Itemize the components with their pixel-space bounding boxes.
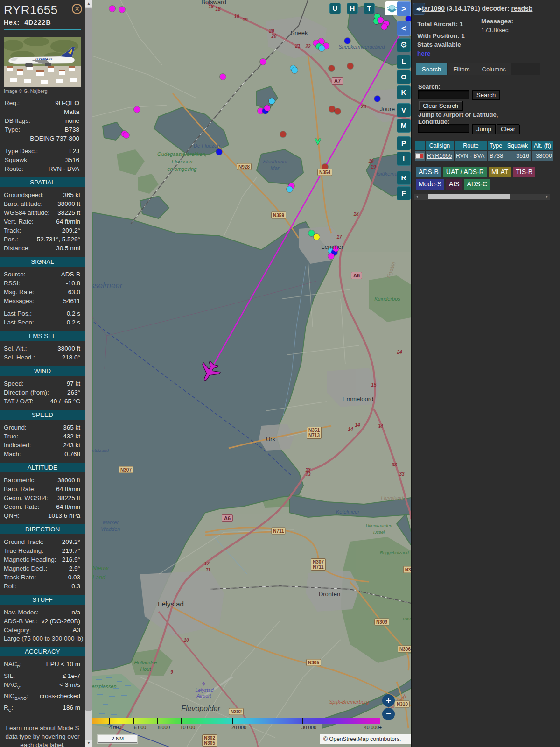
clear-search-button[interactable]: Clear Search bbox=[419, 101, 462, 111]
badge-ais[interactable]: AIS bbox=[446, 179, 462, 190]
map-side-button-V[interactable]: V bbox=[397, 103, 411, 117]
zoom-out-button[interactable]: − bbox=[382, 708, 395, 720]
aircraft-dot[interactable] bbox=[319, 45, 325, 51]
aircraft-dot[interactable] bbox=[269, 98, 275, 104]
aircraft-dot[interactable] bbox=[335, 108, 341, 114]
hscroll-thumb[interactable] bbox=[428, 194, 510, 199]
row-value: 30.5 nmi bbox=[56, 244, 80, 253]
hscroll-right-icon[interactable]: ► bbox=[545, 194, 550, 200]
tab-columns[interactable]: Columns bbox=[476, 63, 511, 75]
row-value: 0.03 bbox=[68, 573, 80, 582]
map-side-button-M[interactable]: M bbox=[397, 119, 411, 133]
map-button-H[interactable]: H bbox=[347, 3, 358, 14]
scroll-down-icon[interactable]: ▼ bbox=[85, 740, 92, 747]
column-header[interactable]: Squawk bbox=[504, 141, 531, 150]
aircraft-dot[interactable] bbox=[322, 164, 328, 170]
aircraft-dot[interactable] bbox=[109, 6, 115, 12]
row-value: 0.768 bbox=[64, 450, 80, 458]
jump-label: Jump to Airport or Latitude, Longitude: bbox=[418, 111, 498, 125]
scroll-up-icon[interactable]: ▲ bbox=[85, 0, 92, 7]
row-value: 38000 ft bbox=[57, 476, 80, 485]
tar1090-link[interactable]: tar1090 bbox=[422, 5, 445, 12]
map-side-button-settings[interactable]: ⚙ bbox=[397, 38, 411, 52]
search-button[interactable]: Search bbox=[472, 90, 500, 100]
section-header: ACCURACY bbox=[0, 647, 85, 656]
map-side-button-panel-expand[interactable]: > bbox=[397, 1, 411, 16]
row-label: Speed: bbox=[4, 379, 24, 388]
aircraft-dot[interactable] bbox=[123, 132, 129, 138]
osm-attribution[interactable]: © OpenStreetMap contributors. bbox=[320, 734, 411, 744]
column-header[interactable]: Alt. (ft) bbox=[532, 141, 553, 150]
aircraft-dot[interactable] bbox=[329, 65, 335, 71]
clear-button[interactable]: Clear bbox=[497, 124, 519, 134]
aircraft-dot[interactable] bbox=[292, 67, 298, 73]
aircraft-dot[interactable] bbox=[333, 246, 339, 252]
map-side-button-panel-collapse[interactable]: < bbox=[397, 21, 411, 36]
data-row: Speed:97 kt bbox=[0, 379, 85, 388]
aircraft-dot[interactable] bbox=[374, 96, 380, 102]
left-scrollbar[interactable]: ▲ ▼ bbox=[85, 0, 92, 747]
colorbar-label: 20 000 bbox=[231, 725, 246, 730]
row-value: ADS-B bbox=[61, 270, 80, 279]
row-label: Nav. Modes: bbox=[4, 608, 39, 617]
column-header[interactable] bbox=[415, 141, 425, 150]
aircraft-dot[interactable] bbox=[119, 7, 125, 13]
aircraft-dot[interactable] bbox=[134, 106, 140, 113]
zoom-in-button[interactable]: + bbox=[382, 694, 395, 707]
aircraft-photo[interactable]: RYANAIR bbox=[4, 37, 81, 87]
close-icon[interactable]: ✕ bbox=[72, 4, 82, 14]
map[interactable]: BolswardSneekSneekermeergebiedJoureDe Fl… bbox=[92, 0, 411, 747]
callsign-cell[interactable]: RYR1655 bbox=[426, 151, 454, 161]
readsb-link[interactable]: readsb bbox=[511, 5, 532, 12]
map-side-button-K[interactable]: K bbox=[397, 85, 411, 99]
hscroll-left-icon[interactable]: ◄ bbox=[414, 194, 420, 200]
aircraft-dot[interactable] bbox=[264, 105, 270, 111]
aircraft-dot[interactable] bbox=[220, 74, 226, 80]
map-side-button-R[interactable]: R bbox=[397, 171, 411, 185]
aircraft-dot[interactable] bbox=[381, 24, 387, 30]
map-button-U[interactable]: U bbox=[329, 3, 341, 14]
aircraft-dot[interactable] bbox=[260, 59, 266, 65]
column-header[interactable]: Route bbox=[455, 141, 487, 150]
aircraft-dot[interactable] bbox=[378, 17, 384, 23]
table-hscrollbar[interactable]: ◄ ► bbox=[414, 194, 550, 200]
squawk-cell: 3516 bbox=[504, 151, 531, 161]
map-button-T[interactable]: T bbox=[364, 3, 375, 14]
badge-adsc[interactable]: ADS-C bbox=[464, 179, 490, 190]
registration-link[interactable]: 9H-QEO bbox=[55, 99, 79, 107]
aircraft-dot[interactable] bbox=[344, 38, 350, 44]
badge-mlat[interactable]: MLAT bbox=[489, 167, 511, 177]
map-side-button-F[interactable]: F bbox=[397, 186, 411, 200]
callsign-link[interactable]: RYR1655 bbox=[427, 153, 452, 159]
badge-modes[interactable]: Mode-S bbox=[416, 179, 444, 190]
map-side-button-P[interactable]: P bbox=[397, 136, 411, 150]
jump-input[interactable] bbox=[418, 124, 469, 133]
flag-cell bbox=[415, 151, 425, 161]
badge-adsb[interactable]: ADS-B bbox=[416, 167, 441, 177]
stats-here-link[interactable]: here bbox=[417, 50, 431, 57]
column-header[interactable]: Callsign bbox=[426, 141, 454, 150]
aircraft-dot[interactable] bbox=[328, 253, 334, 259]
table-row[interactable]: RYR1655RVN - BVAB738351638000 bbox=[415, 151, 554, 161]
map-side-button-O[interactable]: O bbox=[397, 70, 411, 84]
tab-filters[interactable]: Filters bbox=[448, 63, 475, 75]
scrollbar-thumb[interactable] bbox=[85, 8, 92, 711]
aircraft-dot[interactable] bbox=[280, 131, 286, 137]
row-value: 38000 ft bbox=[57, 199, 80, 208]
column-header[interactable]: Type bbox=[488, 141, 504, 150]
colorbar-tick bbox=[181, 718, 182, 724]
data-row: ADS-B Ver.:v2 (DO-260B) bbox=[0, 617, 85, 626]
aircraft-dot[interactable] bbox=[287, 186, 293, 192]
search-input[interactable] bbox=[418, 90, 469, 99]
aircraft-dot[interactable] bbox=[216, 149, 222, 155]
aircraft-dot[interactable] bbox=[347, 63, 353, 69]
badge-tisb[interactable]: TIS-B bbox=[513, 167, 535, 177]
jump-button[interactable]: Jump bbox=[472, 124, 496, 134]
aircraft-dot[interactable] bbox=[314, 234, 320, 240]
badge-uatadsr[interactable]: UAT / ADS-R bbox=[443, 167, 487, 177]
row-label: Source: bbox=[4, 270, 26, 279]
aircraft-detail-panel: RYR1655 ✕ Hex: 4D222B RYANAIR bbox=[0, 0, 85, 747]
tab-search[interactable]: Search bbox=[416, 63, 447, 75]
map-side-button-L[interactable]: L bbox=[397, 55, 411, 69]
map-side-button-I[interactable]: I bbox=[397, 152, 411, 166]
